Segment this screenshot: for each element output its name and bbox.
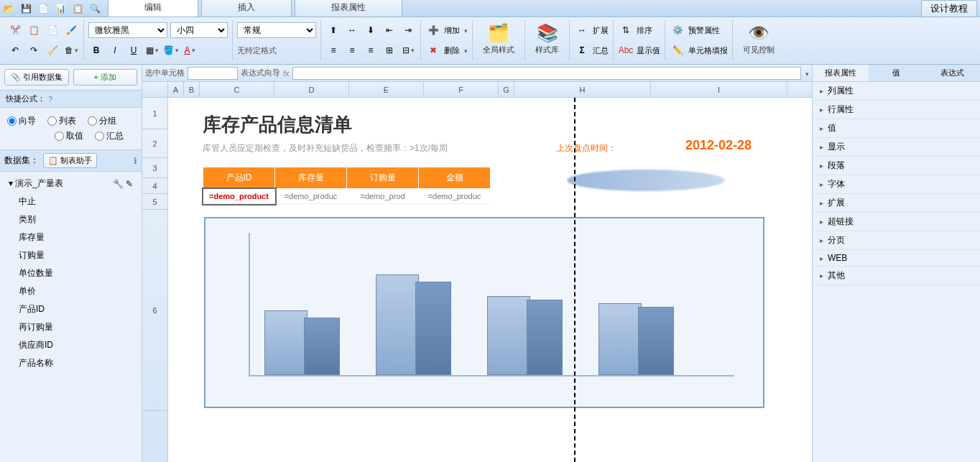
table-helper-button[interactable]: 📋 制表助手 xyxy=(43,153,97,168)
col-header[interactable]: B xyxy=(184,82,200,97)
summary-label[interactable]: 汇总 xyxy=(593,45,609,56)
align-middle-icon[interactable]: ↔ xyxy=(344,22,360,38)
table-cell[interactable]: =demo_product xyxy=(203,189,275,204)
dataset-tree-root[interactable]: ▾ 演示_产量表 🔧 ✎ xyxy=(6,175,136,193)
field-item[interactable]: 产品ID xyxy=(6,300,136,318)
font-family-select[interactable]: 微软雅黑 xyxy=(88,22,167,38)
clear-dropdown[interactable]: 🗑 xyxy=(63,42,79,58)
cell-report-icon[interactable]: ✏️ xyxy=(670,42,685,58)
border-dropdown[interactable]: ▦ xyxy=(144,42,160,58)
font-color-dropdown[interactable]: A xyxy=(182,42,198,58)
format-painter-icon[interactable]: 🖌️ xyxy=(63,22,79,38)
save-icon[interactable]: 💾 xyxy=(19,1,33,16)
radio-list[interactable]: 列表 xyxy=(47,115,76,127)
select-all-corner[interactable] xyxy=(142,82,168,97)
info-icon[interactable]: ℹ xyxy=(134,156,137,166)
prop-section[interactable]: 列属性 xyxy=(813,82,980,101)
table-cell[interactable]: =demo_produc xyxy=(275,189,347,204)
global-style-button[interactable]: 🗂️全局样式 xyxy=(477,20,520,58)
field-item[interactable]: 中止 xyxy=(6,193,136,211)
cell-report-label[interactable]: 单元格填报 xyxy=(688,45,728,56)
redo-icon[interactable]: ↷ xyxy=(26,42,42,58)
delete-label[interactable]: 删除 xyxy=(444,45,460,56)
bar-chart[interactable] xyxy=(204,217,764,408)
sort-icon[interactable]: ⇅ xyxy=(618,22,634,38)
insert-row-icon[interactable]: ➕ xyxy=(425,22,441,38)
add-dataset-button[interactable]: + 添加 xyxy=(73,69,138,86)
indent-left-icon[interactable]: ⇤ xyxy=(382,22,397,38)
bold-icon[interactable]: B xyxy=(88,42,104,58)
prop-section[interactable]: WEB xyxy=(813,250,980,267)
search-icon[interactable]: 🔍 xyxy=(88,1,102,16)
col-header[interactable]: F xyxy=(424,82,499,97)
row-header[interactable]: 5 xyxy=(142,194,167,210)
prop-section[interactable]: 值 xyxy=(813,119,980,138)
field-item[interactable]: 类别 xyxy=(6,211,136,228)
field-item[interactable]: 单价 xyxy=(6,282,136,300)
add-dropdown[interactable] xyxy=(463,25,468,35)
col-header[interactable]: G xyxy=(499,82,514,97)
indent-right-icon[interactable]: ⇥ xyxy=(400,22,416,38)
undo-icon[interactable]: ↶ xyxy=(7,42,23,58)
merge-icon[interactable]: ⊞ xyxy=(382,42,397,58)
col-header[interactable]: E xyxy=(349,82,424,97)
summary-icon[interactable]: Σ xyxy=(574,42,590,58)
field-item[interactable]: 库存量 xyxy=(6,228,136,246)
font-size-select[interactable]: 小四 xyxy=(170,22,228,38)
align-right-icon[interactable]: ≡ xyxy=(363,42,379,58)
table-cell[interactable]: =demo_produc xyxy=(419,189,491,204)
align-left-icon[interactable]: ≡ xyxy=(325,42,341,58)
right-tab-value[interactable]: 值 xyxy=(869,65,925,81)
number-format-select[interactable]: 常规 xyxy=(237,22,316,38)
spreadsheet-grid[interactable]: 库存产品信息清单 库管人员应定期检查，及时补充短缺货品，检查频率：>1次/每周 … xyxy=(168,98,812,462)
col-header[interactable]: C xyxy=(200,82,274,97)
prop-section[interactable]: 行属性 xyxy=(813,101,980,119)
row-header[interactable]: 1 xyxy=(142,98,167,129)
add-label[interactable]: 增加 xyxy=(444,25,460,36)
prop-section[interactable]: 显示 xyxy=(813,138,980,157)
expression-input[interactable] xyxy=(292,67,801,80)
paste-icon[interactable]: 📄 xyxy=(45,22,60,38)
merge-dropdown[interactable]: ⊟ xyxy=(400,42,416,58)
align-center-icon[interactable]: ≡ xyxy=(344,42,360,58)
radio-guide[interactable]: 向导 xyxy=(7,115,36,127)
show-value-icon[interactable]: Abc xyxy=(618,42,634,58)
table-cell[interactable]: =demo_prod xyxy=(347,189,419,204)
row-header[interactable]: 2 xyxy=(142,129,167,158)
radio-value[interactable]: 取值 xyxy=(55,130,83,142)
radio-group[interactable]: 分组 xyxy=(88,115,116,127)
right-tab-props[interactable]: 报表属性 xyxy=(813,65,869,81)
field-item[interactable]: 单位数量 xyxy=(6,264,136,282)
open-icon[interactable]: 📂 xyxy=(1,1,16,16)
ref-dataset-button[interactable]: 📎 引用数据集 xyxy=(4,69,69,86)
align-top-icon[interactable]: ⬆ xyxy=(325,22,341,38)
prop-section[interactable]: 分页 xyxy=(813,231,980,250)
prop-section[interactable]: 其他 xyxy=(813,267,980,285)
export-icon[interactable]: 📊 xyxy=(53,1,68,16)
visible-control-button[interactable]: 👁️可见控制 xyxy=(737,20,780,58)
alert-icon[interactable]: ⚙️ xyxy=(670,22,685,38)
align-bottom-icon[interactable]: ⬇ xyxy=(363,22,379,38)
tutorial-button[interactable]: 设计教程 xyxy=(921,0,977,17)
prop-section[interactable]: 超链接 xyxy=(813,213,980,231)
cut-icon[interactable]: ✂️ xyxy=(7,22,23,38)
col-header[interactable]: A xyxy=(168,82,184,97)
italic-icon[interactable]: I xyxy=(107,42,123,58)
expand-icon[interactable]: ↔ xyxy=(574,22,590,38)
tab-edit[interactable]: 编辑 xyxy=(108,0,198,17)
field-item[interactable]: 订购量 xyxy=(6,246,136,264)
delete-row-icon[interactable]: ✖ xyxy=(425,42,441,58)
fill-color-dropdown[interactable]: 🪣 xyxy=(163,42,179,58)
prop-section[interactable]: 段落 xyxy=(813,157,980,175)
col-header[interactable]: H xyxy=(514,82,651,97)
prop-section[interactable]: 扩展 xyxy=(813,194,980,213)
style-lib-button[interactable]: 📚样式库 xyxy=(530,20,565,58)
col-header[interactable]: I xyxy=(651,82,787,97)
tab-insert[interactable]: 插入 xyxy=(201,0,292,17)
row-header[interactable]: 3 xyxy=(142,158,167,178)
tab-report-props[interactable]: 报表属性 xyxy=(295,0,402,17)
underline-icon[interactable]: U xyxy=(126,42,142,58)
row-header[interactable]: 6 xyxy=(142,210,167,411)
col-header[interactable]: D xyxy=(274,82,349,97)
show-value-label[interactable]: 显示值 xyxy=(637,45,660,56)
